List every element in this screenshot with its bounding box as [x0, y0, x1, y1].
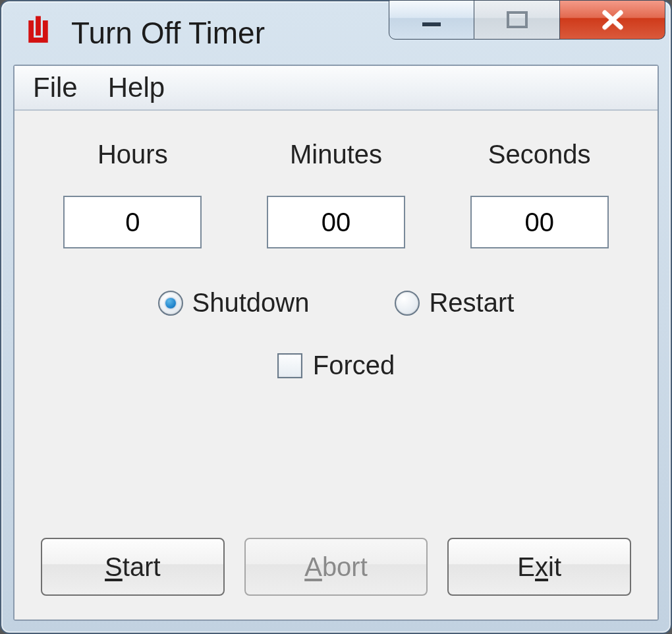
forced-row[interactable]: Forced: [41, 351, 631, 380]
mode-row: Shutdown Restart: [41, 288, 631, 318]
close-button[interactable]: [560, 0, 665, 40]
window-title: Turn Off Timer: [71, 15, 265, 51]
window-frame: Turn Off Timer File Help Hours: [0, 0, 672, 634]
hours-input[interactable]: [63, 196, 202, 248]
menu-file[interactable]: File: [24, 69, 87, 106]
radio-icon: [395, 291, 420, 316]
close-icon: [598, 9, 627, 31]
maximize-button[interactable]: [474, 0, 560, 40]
maximize-icon: [504, 10, 530, 30]
seconds-input[interactable]: [470, 196, 609, 248]
start-button[interactable]: Start: [41, 538, 225, 596]
forced-checkbox[interactable]: [277, 353, 302, 378]
minimize-button[interactable]: [389, 0, 474, 40]
hours-label: Hours: [98, 140, 168, 169]
svg-rect-0: [422, 22, 441, 26]
hours-column: Hours: [41, 140, 225, 248]
svg-rect-1: [508, 13, 526, 27]
menubar: File Help: [14, 66, 658, 111]
menu-help[interactable]: Help: [99, 69, 174, 106]
seconds-column: Seconds: [447, 140, 631, 248]
seconds-label: Seconds: [488, 140, 591, 169]
abort-button[interactable]: Abort: [244, 538, 428, 596]
exit-button[interactable]: Exit: [447, 538, 631, 596]
power-icon: [20, 14, 57, 51]
minimize-icon: [418, 11, 445, 29]
radio-icon: [158, 291, 183, 316]
forced-label: Forced: [313, 351, 395, 380]
window-controls: [389, 0, 665, 40]
content-panel: Hours Minutes Seconds Shutdown: [14, 111, 658, 620]
shutdown-radio[interactable]: Shutdown: [158, 288, 310, 318]
minutes-input[interactable]: [267, 196, 405, 248]
titlebar[interactable]: Turn Off Timer: [1, 1, 671, 65]
restart-radio[interactable]: Restart: [395, 288, 514, 318]
client-area: File Help Hours Minutes Seconds: [13, 65, 659, 621]
restart-label: Restart: [429, 288, 514, 318]
button-row: Start Abort Exit: [41, 538, 631, 596]
timer-row: Hours Minutes Seconds: [41, 140, 631, 248]
minutes-label: Minutes: [290, 140, 382, 169]
shutdown-label: Shutdown: [192, 288, 310, 318]
minutes-column: Minutes: [244, 140, 428, 248]
